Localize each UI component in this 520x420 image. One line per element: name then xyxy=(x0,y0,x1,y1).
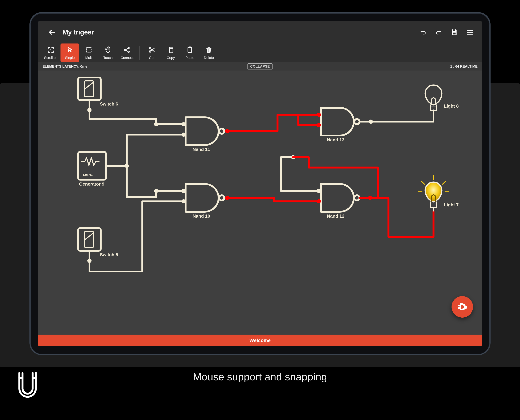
circuit-canvas[interactable]: Switch 6 Switch 5 1.0kHZ Generator 9 Nan… xyxy=(38,70,482,335)
copy-icon xyxy=(167,46,174,54)
marquee-icon xyxy=(85,46,93,54)
realtime-readout: 1 : 64 REALTIME xyxy=(332,64,477,68)
svg-rect-9 xyxy=(170,49,173,53)
save-icon xyxy=(451,28,458,36)
toolbar: Scroll b.. Single Multi Touch Connect xyxy=(38,44,482,62)
label-nand-12: Nand 12 xyxy=(327,213,344,219)
tool-touch[interactable]: Touch xyxy=(99,44,117,62)
svg-rect-1 xyxy=(453,33,456,35)
tablet-frame: My trigeer xyxy=(30,12,490,355)
undo-button[interactable] xyxy=(419,28,427,36)
arrow-left-icon xyxy=(48,28,56,36)
label-switch-5: Switch 5 xyxy=(100,252,118,257)
back-button[interactable] xyxy=(48,28,56,37)
svg-point-32 xyxy=(317,189,321,193)
label-nand-10: Nand 10 xyxy=(193,213,210,219)
latency-readout: ELEMENTS LATENCY: 0ms xyxy=(43,64,188,68)
node-switch-6[interactable] xyxy=(78,77,101,100)
bottom-bar[interactable]: Welcome xyxy=(38,335,482,346)
marketing-caption: Mouse support and snapping xyxy=(0,371,520,388)
scissors-icon xyxy=(148,46,156,54)
tool-label: Touch xyxy=(103,56,113,60)
tool-label: Single xyxy=(65,56,75,60)
tool-label: Cut xyxy=(149,56,154,60)
menu-icon xyxy=(466,28,474,36)
caption-text: Mouse support and snapping xyxy=(193,371,327,383)
tool-label: Delete xyxy=(204,56,214,60)
label-generator-freq: 1.0kHZ xyxy=(83,173,93,177)
document-title: My trigeer xyxy=(63,29,94,36)
svg-point-2 xyxy=(50,49,51,50)
cursor-icon xyxy=(66,46,74,54)
tool-paste[interactable]: Paste xyxy=(181,44,199,62)
node-nand-13[interactable] xyxy=(321,108,360,135)
tool-label: Connect xyxy=(121,56,134,60)
undo-icon xyxy=(419,28,427,36)
label-nand-11: Nand 11 xyxy=(193,147,210,152)
tool-multi[interactable]: Multi xyxy=(80,44,98,62)
label-nand-13: Nand 13 xyxy=(327,137,344,142)
svg-rect-0 xyxy=(453,30,455,31)
label-generator-9: Generator 9 xyxy=(79,181,104,187)
tool-copy[interactable]: Copy xyxy=(161,44,180,62)
fullscreen-icon xyxy=(47,46,55,54)
menu-button[interactable] xyxy=(466,28,474,36)
tool-label: Copy xyxy=(167,56,175,60)
svg-point-28 xyxy=(354,119,360,124)
trash-icon xyxy=(205,46,213,54)
node-nand-11[interactable] xyxy=(186,117,224,145)
tool-label: Scroll b.. xyxy=(44,56,58,60)
collapse-button[interactable]: COLLAPSE xyxy=(247,63,273,69)
redo-button[interactable] xyxy=(435,28,443,36)
tool-connect[interactable]: Connect xyxy=(118,44,136,62)
caption-underline xyxy=(180,388,340,388)
logic-gate-icon xyxy=(457,302,467,312)
node-light-8[interactable] xyxy=(425,85,442,114)
svg-point-35 xyxy=(317,113,321,117)
svg-rect-3 xyxy=(87,48,91,52)
label-light-8: Light 8 xyxy=(444,104,459,109)
save-button[interactable] xyxy=(450,28,459,36)
share-icon xyxy=(123,46,131,54)
redo-icon xyxy=(435,28,443,36)
tool-scroll[interactable]: Scroll b.. xyxy=(41,44,60,62)
hand-icon xyxy=(104,46,112,54)
toolbar-separator xyxy=(139,46,140,60)
svg-point-38 xyxy=(317,199,321,203)
svg-point-36 xyxy=(317,123,321,127)
node-nand-10[interactable] xyxy=(186,184,224,212)
node-nand-12[interactable] xyxy=(321,184,360,212)
label-switch-6: Switch 6 xyxy=(100,101,118,107)
tool-label: Paste xyxy=(185,56,194,60)
status-bar: ELEMENTS LATENCY: 0ms COLLAPSE 1 : 64 RE… xyxy=(38,62,482,70)
svg-point-27 xyxy=(219,195,224,201)
label-light-7: Light 7 xyxy=(444,202,459,208)
circuit-diagram xyxy=(38,70,482,334)
tool-delete[interactable]: Delete xyxy=(199,44,218,62)
svg-point-26 xyxy=(219,128,224,134)
welcome-label: Welcome xyxy=(249,338,271,343)
tool-single[interactable]: Single xyxy=(60,44,79,62)
tool-cut[interactable]: Cut xyxy=(142,44,161,62)
tool-label: Multi xyxy=(85,56,93,60)
app-screen: My trigeer xyxy=(38,21,482,346)
paste-icon xyxy=(186,46,194,54)
node-switch-5[interactable] xyxy=(78,228,101,251)
add-component-fab[interactable] xyxy=(452,296,473,318)
titlebar: My trigeer xyxy=(38,21,482,44)
